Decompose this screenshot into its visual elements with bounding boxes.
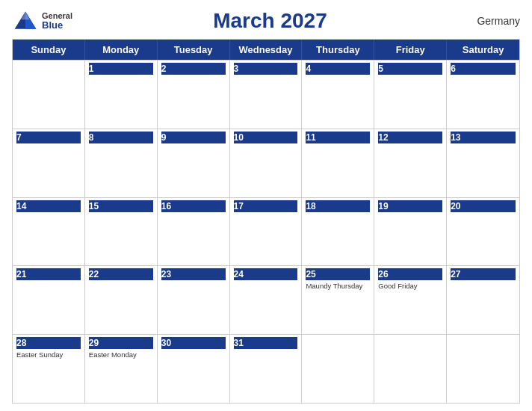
calendar-cell: 12 bbox=[374, 129, 447, 197]
week-row-5: 28Easter Sunday29Easter Monday3031 bbox=[13, 334, 519, 403]
logo-icon bbox=[12, 7, 39, 34]
holiday-label: Good Friday bbox=[378, 282, 442, 291]
calendar-cell: 23 bbox=[158, 266, 230, 334]
calendar-cell bbox=[13, 61, 85, 129]
day-number: 21 bbox=[16, 268, 81, 280]
day-number: 17 bbox=[234, 200, 298, 212]
weekday-thursday: Thursday bbox=[302, 40, 374, 60]
day-number: 23 bbox=[161, 268, 226, 280]
day-number: 3 bbox=[234, 63, 298, 75]
week-row-1: 123456 bbox=[13, 60, 519, 129]
day-number: 4 bbox=[306, 63, 370, 75]
calendar-cell: 31 bbox=[230, 335, 303, 403]
day-number: 27 bbox=[451, 268, 516, 280]
day-number: 12 bbox=[378, 132, 442, 143]
calendar-cell: 25Maundy Thursday bbox=[302, 266, 374, 334]
calendar-cell: 24 bbox=[230, 266, 303, 334]
day-number: 26 bbox=[378, 268, 442, 280]
calendar-cell: 21 bbox=[13, 266, 85, 334]
day-number: 16 bbox=[161, 200, 226, 212]
calendar-cell: 6 bbox=[447, 61, 519, 129]
weekday-sunday: Sunday bbox=[13, 40, 85, 60]
calendar-cell: 29Easter Monday bbox=[85, 335, 158, 403]
calendar-cell: 5 bbox=[374, 61, 447, 129]
calendar-cell: 16 bbox=[158, 198, 230, 266]
calendar-cell: 14 bbox=[13, 198, 85, 266]
logo: General Blue bbox=[12, 7, 72, 34]
page-header: General Blue March 2027 Germany bbox=[12, 7, 520, 34]
day-number: 7 bbox=[16, 132, 81, 143]
calendar-grid: Sunday Monday Tuesday Wednesday Thursday… bbox=[12, 39, 520, 404]
calendar-body: 1234567891011121314151617181920212223242… bbox=[13, 60, 519, 403]
calendar-cell: 27 bbox=[447, 266, 519, 334]
calendar-cell: 19 bbox=[374, 198, 447, 266]
day-number: 31 bbox=[234, 337, 298, 349]
day-number: 1 bbox=[89, 63, 153, 75]
calendar-cell: 30 bbox=[158, 335, 230, 403]
day-number: 11 bbox=[306, 132, 370, 143]
weekday-friday: Friday bbox=[374, 40, 447, 60]
weekday-saturday: Saturday bbox=[447, 40, 519, 60]
week-row-2: 78910111213 bbox=[13, 129, 519, 197]
day-number: 14 bbox=[16, 200, 81, 212]
calendar-cell bbox=[374, 335, 447, 403]
weekday-tuesday: Tuesday bbox=[158, 40, 230, 60]
day-number: 6 bbox=[451, 63, 516, 75]
day-number: 29 bbox=[89, 337, 153, 349]
day-number: 20 bbox=[451, 200, 516, 212]
calendar-cell: 4 bbox=[302, 61, 374, 129]
calendar-cell: 22 bbox=[85, 266, 158, 334]
day-number: 13 bbox=[451, 132, 516, 143]
calendar-cell: 28Easter Sunday bbox=[13, 335, 85, 403]
day-number: 10 bbox=[234, 132, 298, 143]
day-number: 25 bbox=[306, 268, 370, 280]
calendar-page: General Blue March 2027 Germany Sunday M… bbox=[0, 0, 532, 411]
calendar-cell: 9 bbox=[158, 129, 230, 197]
calendar-cell: 1 bbox=[85, 61, 158, 129]
week-row-3: 14151617181920 bbox=[13, 197, 519, 266]
calendar-cell: 17 bbox=[230, 198, 303, 266]
holiday-label: Maundy Thursday bbox=[306, 282, 370, 291]
day-number: 8 bbox=[89, 132, 153, 143]
calendar-cell: 10 bbox=[230, 129, 303, 197]
day-number: 22 bbox=[89, 268, 153, 280]
logo-blue-text: Blue bbox=[42, 20, 72, 31]
day-number: 19 bbox=[378, 200, 442, 212]
day-number: 2 bbox=[161, 63, 226, 75]
calendar-cell: 7 bbox=[13, 129, 85, 197]
weekday-monday: Monday bbox=[85, 40, 158, 60]
holiday-label: Easter Sunday bbox=[16, 350, 81, 359]
calendar-title: March 2027 bbox=[72, 9, 468, 33]
holiday-label: Easter Monday bbox=[89, 350, 153, 359]
day-number: 5 bbox=[378, 63, 442, 75]
weekday-header-row: Sunday Monday Tuesday Wednesday Thursday… bbox=[13, 40, 519, 60]
calendar-cell: 8 bbox=[85, 129, 158, 197]
day-number: 15 bbox=[89, 200, 153, 212]
calendar-cell: 15 bbox=[85, 198, 158, 266]
day-number: 30 bbox=[161, 337, 226, 349]
calendar-cell: 26Good Friday bbox=[374, 266, 447, 334]
calendar-cell bbox=[302, 335, 374, 403]
calendar-cell: 13 bbox=[447, 129, 519, 197]
day-number: 9 bbox=[161, 132, 226, 143]
calendar-cell: 11 bbox=[302, 129, 374, 197]
day-number: 28 bbox=[16, 337, 81, 349]
calendar-cell: 18 bbox=[302, 198, 374, 266]
calendar-cell: 2 bbox=[158, 61, 230, 129]
weekday-wednesday: Wednesday bbox=[230, 40, 303, 60]
calendar-cell: 20 bbox=[447, 198, 519, 266]
week-row-4: 2122232425Maundy Thursday26Good Friday27 bbox=[13, 265, 519, 334]
day-number: 18 bbox=[306, 200, 370, 212]
logo-text: General Blue bbox=[42, 11, 72, 31]
calendar-cell: 3 bbox=[230, 61, 303, 129]
day-number: 24 bbox=[234, 268, 298, 280]
calendar-cell bbox=[447, 335, 519, 403]
country-label: Germany bbox=[468, 15, 520, 27]
